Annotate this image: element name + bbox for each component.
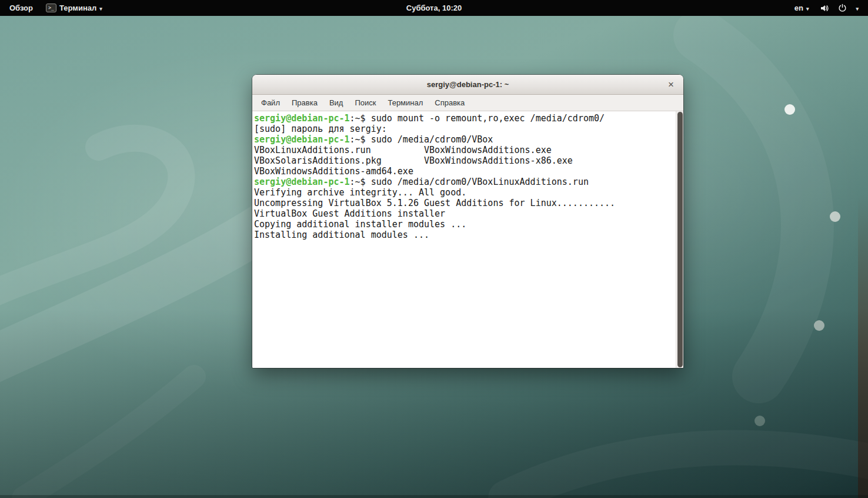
menu-item-edit[interactable]: Правка — [286, 95, 323, 110]
menu-item-help[interactable]: Справка — [429, 95, 470, 110]
terminal-line: sergiy@debian-pc-1:~$ sudo /media/cdrom0… — [254, 134, 676, 145]
terminal-text: VBoxSolarisAdditions.pkg VBoxWindowsAddi… — [254, 155, 573, 166]
app-menu-label: Терминал — [59, 4, 96, 12]
power-icon[interactable] — [838, 4, 847, 12]
top-bar: Обзор >_ Терминал ▾ Суббота, 10:20 en ▾ — [0, 0, 868, 16]
terminal-line: [sudo] пароль для sergiy: — [254, 124, 676, 134]
close-button[interactable]: × — [664, 78, 678, 92]
terminal-line: VBoxSolarisAdditions.pkg VBoxWindowsAddi… — [254, 155, 676, 166]
terminal-text: :~$ sudo mount -o remount,ro,exec /media… — [350, 113, 605, 124]
prompt-text: sergiy@debian-pc-1 — [254, 177, 350, 187]
terminal-line: sergiy@debian-pc-1:~$ sudo /media/cdrom0… — [254, 177, 676, 187]
prompt-text: sergiy@debian-pc-1 — [254, 113, 350, 124]
terminal-line: VBoxLinuxAdditions.run VBoxWindowsAdditi… — [254, 145, 676, 155]
terminal-body[interactable]: sergiy@debian-pc-1:~$ sudo mount -o remo… — [252, 111, 683, 368]
terminal-line: Uncompressing VirtualBox 5.1.26 Guest Ad… — [254, 198, 676, 208]
scrollbar-thumb[interactable] — [677, 112, 683, 367]
terminal-window: sergiy@debian-pc-1: ~ × ФайлПравкаВидПои… — [252, 75, 683, 368]
terminal-text: Installing additional modules ... — [254, 230, 429, 240]
app-menu-button[interactable]: >_ Терминал ▾ — [44, 0, 105, 16]
terminal-text: VBoxLinuxAdditions.run VBoxWindowsAdditi… — [254, 145, 552, 155]
chevron-down-icon: ▾ — [806, 6, 809, 12]
clock-label: Суббота, 10:20 — [406, 4, 462, 12]
terminal-app-icon: >_ — [46, 4, 56, 12]
terminal-text: VirtualBox Guest Additions installer — [254, 208, 445, 219]
chevron-down-icon: ▾ — [99, 6, 102, 12]
terminal-text: :~$ sudo /media/cdrom0/VBox — [350, 134, 493, 145]
menu-item-view[interactable]: Вид — [323, 95, 349, 110]
terminal-output: sergiy@debian-pc-1:~$ sudo mount -o remo… — [252, 111, 676, 368]
terminal-text: :~$ sudo /media/cdrom0/VBoxLinuxAddition… — [350, 177, 589, 187]
terminal-text: VBoxWindowsAdditions-amd64.exe — [254, 166, 413, 177]
terminal-text: [sudo] пароль для sergiy: — [254, 124, 392, 134]
activities-button[interactable]: Обзор — [7, 0, 35, 16]
menu-item-file[interactable]: Файл — [255, 95, 286, 110]
wallpaper-dot — [784, 104, 795, 115]
terminal-line: VBoxWindowsAdditions-amd64.exe — [254, 166, 676, 177]
terminal-text: Copying additional installer modules ... — [254, 219, 466, 230]
clock-button[interactable]: Суббота, 10:20 — [404, 0, 464, 16]
keyboard-layout-indicator[interactable]: en ▾ — [792, 0, 812, 16]
terminal-line: Copying additional installer modules ... — [254, 219, 676, 230]
prompt-text: sergiy@debian-pc-1 — [254, 134, 350, 145]
terminal-line: VirtualBox Guest Additions installer — [254, 208, 676, 219]
terminal-text: Verifying archive integrity... All good. — [254, 187, 466, 198]
window-titlebar[interactable]: sergiy@debian-pc-1: ~ × — [252, 75, 683, 95]
window-title: sergiy@debian-pc-1: ~ — [427, 80, 509, 89]
keyboard-layout-label: en — [794, 4, 803, 12]
terminal-line: sergiy@debian-pc-1:~$ sudo mount -o remo… — [254, 113, 676, 124]
system-menu-chevron-icon[interactable]: ▾ — [856, 6, 859, 12]
activities-label: Обзор — [9, 4, 33, 12]
terminal-line: Installing additional modules ... — [254, 230, 676, 240]
menu-item-search[interactable]: Поиск — [349, 95, 382, 110]
volume-icon[interactable] — [820, 4, 829, 13]
menu-item-terminal[interactable]: Терминал — [382, 95, 429, 110]
scrollbar[interactable] — [676, 111, 683, 368]
terminal-line: Verifying archive integrity... All good. — [254, 187, 676, 198]
menu-bar: ФайлПравкаВидПоискТерминалСправка — [252, 95, 683, 111]
terminal-text: Uncompressing VirtualBox 5.1.26 Guest Ad… — [254, 198, 615, 208]
